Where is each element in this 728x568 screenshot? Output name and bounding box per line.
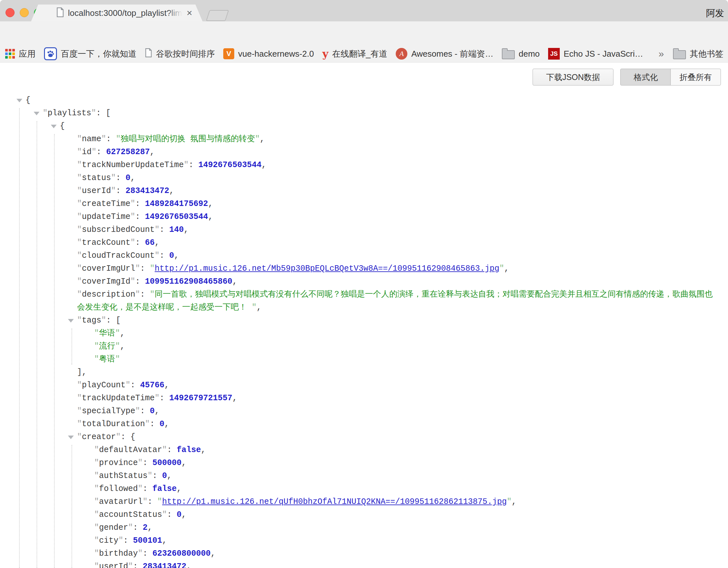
json-punct: , <box>184 225 189 234</box>
json-line: "userId": 283413472, <box>0 560 716 568</box>
json-line: "totalDuration": 0, <box>0 418 716 431</box>
json-number: 623260800000 <box>152 549 211 558</box>
json-punct: : <box>143 484 152 494</box>
json-quote: " <box>94 342 99 351</box>
json-punct: , <box>120 329 125 338</box>
awesomes-icon: A <box>396 48 407 60</box>
json-quote: " <box>94 562 99 568</box>
json-key: creator <box>82 432 116 442</box>
window-minimize-button[interactable] <box>20 8 29 17</box>
json-number: 1492679721557 <box>169 394 232 403</box>
json-quote: " <box>115 342 120 351</box>
json-string: 独唱与对唱的切换 氛围与情感的转变 <box>121 134 255 144</box>
json-quote: " <box>130 238 135 247</box>
collapse-all-button[interactable]: 折叠所有 <box>670 69 721 85</box>
json-key: coverImgId <box>82 277 130 286</box>
json-quote: " <box>150 264 155 273</box>
json-quote: " <box>77 290 82 299</box>
json-punct: , <box>512 497 516 507</box>
json-line: "gender": 2, <box>0 521 716 534</box>
json-key: avatarUrl <box>99 497 143 507</box>
json-link-url[interactable]: http://p1.music.126.net/Mb59p30BpEQLcBQe… <box>155 264 499 273</box>
json-quote: " <box>94 536 99 545</box>
json-quote: " <box>118 536 123 545</box>
json-punct: : <box>140 264 150 273</box>
json-key: defaultAvatar <box>99 445 162 455</box>
json-string: 流行 <box>99 342 115 351</box>
json-quote: " <box>101 316 106 325</box>
collapse-triangle-icon[interactable] <box>17 99 22 102</box>
json-punct: , <box>155 238 160 247</box>
json-quote: " <box>77 264 82 273</box>
json-key: trackCount <box>82 238 130 247</box>
json-quote: " <box>77 277 82 286</box>
json-punct: : <box>135 199 145 208</box>
json-punct: , <box>164 419 169 429</box>
window-close-button[interactable] <box>6 8 15 17</box>
json-quote: " <box>77 147 82 157</box>
browser-tab[interactable]: localhost:3000/top_playlist?lim × <box>31 5 203 21</box>
json-line: "cloudTrackCount": 0, <box>0 249 716 262</box>
json-quote: " <box>77 199 82 208</box>
new-tab-button[interactable] <box>206 10 229 21</box>
tab-close-icon[interactable]: × <box>187 9 193 17</box>
bookmark-folder-demo[interactable]: demo <box>502 48 540 59</box>
json-quote: " <box>77 432 82 442</box>
collapse-triangle-icon[interactable] <box>68 436 74 439</box>
json-punct: : <box>167 445 177 455</box>
bookmarks-overflow-chevron[interactable]: » <box>658 48 664 59</box>
json-quote: " <box>111 186 116 195</box>
json-punct: ], <box>77 368 87 377</box>
bookmark-google-sort[interactable]: 谷歌按时间排序 <box>145 48 215 60</box>
json-link-url[interactable]: http://p1.music.126.net/qUfH0bhzOfAl71NU… <box>162 497 507 507</box>
json-punct: , <box>148 523 152 532</box>
json-quote: " <box>155 225 160 234</box>
page-icon <box>145 48 152 60</box>
bookmark-awesomes[interactable]: A Awesomes - 前端资… <box>396 48 493 60</box>
profile-name[interactable]: 阿发 <box>706 7 724 19</box>
bookmarks-bar: 应用 百度一下，你就知道 谷歌按时间排序 V vue-hackernews-2.… <box>0 45 728 62</box>
json-key: cloudTrackCount <box>82 251 155 260</box>
json-quote: " <box>130 199 135 208</box>
json-quote: " <box>111 173 116 183</box>
json-quote: " <box>116 134 121 144</box>
json-punct: , <box>208 199 213 208</box>
bookmark-other-bookmarks[interactable]: 其他书签 <box>673 48 723 60</box>
bookmark-youdao-translate[interactable]: y 在线翻译_有道 <box>322 48 387 60</box>
collapse-triangle-icon[interactable] <box>68 319 74 323</box>
json-quote: " <box>77 160 82 170</box>
json-quote: " <box>150 290 155 299</box>
json-line: "playCount": 45766, <box>0 379 716 392</box>
json-quote: " <box>101 134 106 144</box>
json-punct: , <box>201 445 206 455</box>
json-string: 粤语 <box>99 355 115 364</box>
bookmark-label: 应用 <box>19 48 36 60</box>
bookmark-label: vue-hackernews-2.0 <box>238 49 314 59</box>
json-quote: " <box>162 510 167 519</box>
collapse-triangle-icon[interactable] <box>34 112 39 115</box>
json-quote: " <box>138 549 143 558</box>
json-number: 0 <box>177 510 182 519</box>
json-key: userId <box>99 562 128 568</box>
json-punct: : <box>130 381 140 390</box>
bookmark-echojs[interactable]: JS Echo JS - JavaScri… <box>548 48 643 60</box>
json-quote: " <box>94 445 99 455</box>
bookmark-baidu[interactable]: 百度一下，你就知道 <box>44 47 137 60</box>
json-quote: " <box>155 251 160 260</box>
json-line: "trackNumberUpdateTime": 1492676503544, <box>0 159 716 172</box>
json-quote: " <box>77 407 82 416</box>
collapse-triangle-icon[interactable] <box>51 125 57 128</box>
download-json-button[interactable]: 下载JSON数据 <box>533 69 613 85</box>
vue-icon: V <box>223 48 234 59</box>
bookmark-apps[interactable]: 应用 <box>5 48 36 60</box>
json-key: id <box>82 147 92 157</box>
json-quote: " <box>135 290 140 299</box>
json-number: 66 <box>145 238 155 247</box>
json-key: trackNumberUpdateTime <box>82 160 184 170</box>
tab-strip: localhost:3000/top_playlist?lim × 阿发 <box>0 0 728 21</box>
json-quote: " <box>138 484 143 494</box>
json-quote: " <box>148 471 152 481</box>
bookmark-vue-hackernews[interactable]: V vue-hackernews-2.0 <box>223 48 314 59</box>
json-number: 2 <box>143 523 148 532</box>
format-button[interactable]: 格式化 <box>620 69 671 85</box>
